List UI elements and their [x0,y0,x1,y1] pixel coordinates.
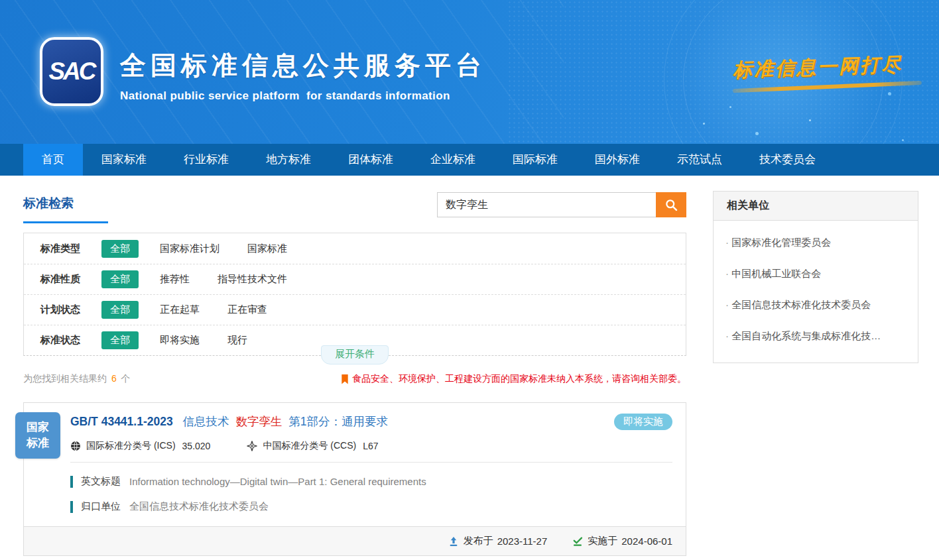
card-head: GB/T 43441.1-2023 信息技术 数字孪生 第1部分：通用要求 即将… [70,414,672,430]
filter-all-badge[interactable]: 全部 [101,331,139,349]
system-notice: 食品安全、环境保护、工程建设方面的国家标准未纳入本系统，请咨询相关部委。 [341,373,686,385]
filter-option[interactable]: 现行 [227,334,247,347]
sidebar-item-automation-committee[interactable]: 全国自动化系统与集成标准化技… [725,321,906,352]
page: SAC 全国标准信息公共服务平台 National public service… [0,0,939,560]
standard-title-part1: 信息技术 [183,415,229,428]
card-body: GB/T 43441.1-2023 信息技术 数字孪生 第1部分：通用要求 即将… [24,403,686,513]
compass-icon [247,441,257,451]
filter-all-badge[interactable]: 全部 [101,301,139,319]
banner-titles: 全国标准信息公共服务平台 National public service pla… [120,48,486,103]
filter-all-badge[interactable]: 全部 [101,270,139,288]
related-units-title: 相关单位 [714,192,918,221]
implement-check-icon [572,536,583,547]
nav-item-industry-standards[interactable]: 行业标准 [165,144,247,176]
main-nav: 首页 国家标准 行业标准 地方标准 团体标准 企业标准 国际标准 国外标准 示范… [0,144,939,176]
ics-group: 国际标准分类号 (ICS) 35.020 [70,440,210,452]
results-count-number: 6 [111,373,117,384]
filter-all-badge[interactable]: 全部 [101,240,139,258]
results-count-suffix: 个 [121,373,131,384]
filter-label: 标准性质 [40,273,101,286]
published-label: 发布于 [464,535,493,547]
ics-value: 35.020 [182,441,211,451]
nav-item-local-standards[interactable]: 地方标准 [247,144,330,176]
bookmark-icon [341,374,349,384]
classification-row: 国际标准分类号 (ICS) 35.020 中国标准分类号 (CCS) L67 [70,440,672,452]
page-title: 标准检索 [23,191,108,223]
type-badge-line1: 国家 [27,420,49,435]
filter-panel: 标准类型 全部 国家标准计划 国家标准 标准性质 全部 推荐性 指导性技术文件 … [23,233,686,356]
expand-conditions-button[interactable]: 展开条件 [321,345,389,364]
filter-option[interactable]: 正在起草 [160,304,200,316]
published-date: 2023-11-27 [497,535,548,547]
ccs-value: L67 [363,441,378,451]
search-input[interactable] [437,192,656,217]
implemented-date-item: 实施于 2024-06-01 [572,535,672,547]
search-section: 标准检索 [23,191,686,223]
published-date-item: 发布于 2023-11-27 [448,535,548,547]
standard-title-part2: 第1部分：通用要求 [288,415,388,428]
filter-option[interactable]: 推荐性 [160,273,190,286]
nav-item-home[interactable]: 首页 [23,144,83,176]
platform-title: 全国标准信息公共服务平台 [120,48,486,84]
card-divider [70,462,672,463]
search-icon [664,198,678,212]
related-units-list: 国家标准化管理委员会 中国机械工业联合会 全国信息技术标准化技术委员会 全国自动… [714,221,918,363]
teal-bar-decoration [70,501,73,513]
main-column: 标准检索 标准类型 全部 国家标准计划 国家 [23,191,686,556]
nav-item-national-standards[interactable]: 国家标准 [83,144,165,176]
filter-label: 标准类型 [40,243,101,255]
committee-value: 全国信息技术标准化技术委员会 [129,500,269,513]
sac-logo-text: SAC [48,58,94,85]
english-title-value: Information technology—Digital twin—Part… [129,476,426,487]
results-count-prefix: 为您找到相关结果约 [23,373,107,384]
filter-option[interactable]: 正在审查 [227,304,267,316]
nav-item-enterprise-standards[interactable]: 企业标准 [412,144,494,176]
standard-title-highlight: 数字孪生 [235,415,282,428]
system-notice-text: 食品安全、环境保护、工程建设方面的国家标准未纳入本系统，请咨询相关部委。 [352,373,686,385]
sidebar-item-machinery-federation[interactable]: 中国机械工业联合会 [725,258,906,290]
standard-type-badge: 国家 标准 [15,412,60,459]
platform-subtitle: National public service platform for sta… [120,89,486,103]
filter-option[interactable]: 国家标准计划 [160,243,219,255]
type-badge-line2: 标准 [27,435,49,451]
filter-label: 计划状态 [40,304,101,316]
standard-result-card: 国家 标准 GB/T 43441.1-2023 信息技术 数字孪生 第1部分：通… [23,402,686,556]
english-title-label: 英文标题 [81,475,121,488]
nav-item-group-standards[interactable]: 团体标准 [330,144,412,176]
teal-bar-decoration [70,476,73,488]
ccs-label: 中国标准分类号 (CCS) [263,440,356,452]
committee-row: 归口单位 全国信息技术标准化技术委员会 [70,500,672,513]
ccs-group: 中国标准分类号 (CCS) L67 [247,440,378,452]
english-title-row: 英文标题 Information technology—Digital twin… [70,475,672,488]
nav-item-foreign-standards[interactable]: 国外标准 [576,144,658,176]
nav-item-pilot[interactable]: 示范试点 [658,144,741,176]
publish-upload-icon [448,536,459,547]
filter-label: 标准状态 [40,334,101,347]
implemented-label: 实施于 [588,535,617,547]
card-footer: 发布于 2023-11-27 实施于 2024-06-01 [24,526,686,555]
filter-option[interactable]: 即将实施 [160,334,200,347]
ics-label: 国际标准分类号 (ICS) [86,440,176,452]
spark-dots-decoration [729,106,731,108]
standard-title-link[interactable]: GB/T 43441.1-2023 信息技术 数字孪生 第1部分：通用要求 [70,414,388,429]
nav-item-international-standards[interactable]: 国际标准 [494,144,576,176]
status-badge: 即将实施 [614,414,672,430]
search-box [437,192,686,217]
implemented-date: 2024-06-01 [621,535,672,547]
header-banner: SAC 全国标准信息公共服务平台 National public service… [0,0,939,144]
sidebar-item-it-standardization-committee[interactable]: 全国信息技术标准化技术委员会 [725,290,906,321]
sac-logo[interactable]: SAC [40,37,103,106]
filter-option[interactable]: 国家标准 [247,243,287,255]
results-count: 为您找到相关结果约 6 个 [23,373,131,385]
filter-row-standard-nature: 标准性质 全部 推荐性 指导性技术文件 [24,264,686,294]
search-button[interactable] [656,192,686,217]
results-info-row: 为您找到相关结果约 6 个 食品安全、环境保护、工程建设方面的国家标准未纳入本系… [23,373,686,385]
nav-item-technical-committee[interactable]: 技术委员会 [741,144,834,176]
content-area: 标准检索 标准类型 全部 国家标准计划 国家 [0,176,939,556]
standard-code: GB/T 43441.1-2023 [70,415,173,428]
filter-row-plan-status: 计划状态 全部 正在起草 正在审查 [24,294,686,325]
sidebar-item-sac[interactable]: 国家标准化管理委员会 [725,227,906,258]
filter-option[interactable]: 指导性技术文件 [218,273,287,286]
filter-row-standard-type: 标准类型 全部 国家标准计划 国家标准 [24,233,686,264]
globe-icon [70,441,81,451]
